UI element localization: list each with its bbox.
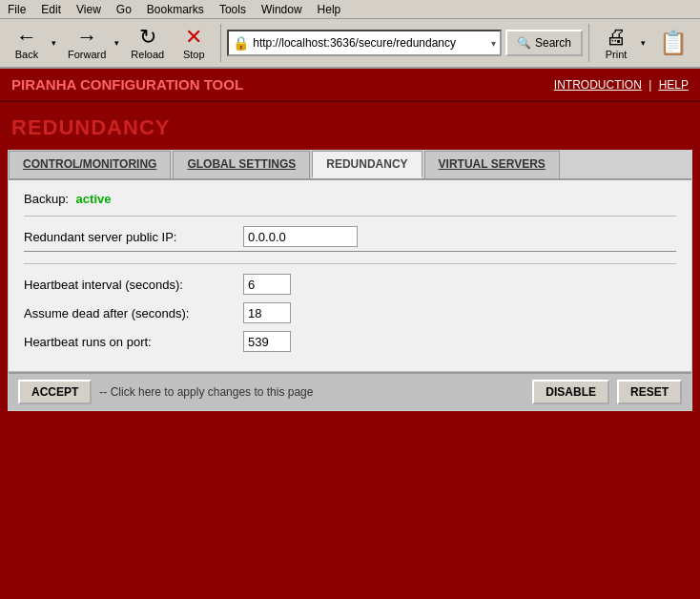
content-area: CONTROL/MONITORING GLOBAL SETTINGS REDUN…: [8, 150, 692, 411]
menu-bookmarks[interactable]: Bookmarks: [143, 3, 208, 16]
action-bar: ACCEPT -- Click here to apply changes to…: [9, 372, 691, 410]
backup-line: Backup: active: [24, 192, 676, 206]
menu-window[interactable]: Window: [257, 3, 306, 16]
url-bar: 🔒 ▾: [227, 30, 502, 56]
search-label: Search: [535, 36, 571, 50]
tab-redundancy[interactable]: REDUNDANCY: [312, 151, 422, 178]
divider-2: [24, 263, 676, 264]
menu-edit[interactable]: Edit: [37, 3, 65, 16]
tabs: CONTROL/MONITORING GLOBAL SETTINGS REDUN…: [9, 151, 691, 180]
menu-bar: File Edit View Go Bookmarks Tools Window…: [0, 0, 700, 19]
print-area: 🖨 Print ▾: [595, 22, 649, 64]
print-icon: 🖨: [606, 27, 627, 48]
toolbar-separator: [220, 24, 221, 62]
menu-view[interactable]: View: [72, 3, 105, 16]
back-button[interactable]: ← Back: [6, 22, 48, 64]
piranha-header: PIRANHA CONFIGURATION TOOL INTRODUCTION …: [0, 69, 700, 102]
disable-button[interactable]: DISABLE: [532, 380, 609, 404]
assume-dead-row: Assume dead after (seconds):: [24, 302, 676, 323]
stop-button[interactable]: ✕ Stop: [173, 22, 215, 64]
backup-status: active: [76, 192, 112, 206]
heartbeat-port-row: Heartbeat runs on port:: [24, 331, 676, 352]
forward-dropdown[interactable]: ▾: [111, 22, 122, 64]
bookmarks-icon: 📋: [659, 30, 688, 56]
backup-label: Backup:: [24, 192, 69, 206]
accept-button[interactable]: ACCEPT: [18, 380, 92, 404]
back-icon: ←: [16, 27, 37, 48]
menu-go[interactable]: Go: [113, 3, 135, 16]
reload-button[interactable]: ↻ Reload: [126, 22, 169, 64]
heartbeat-interval-row: Heartbeat interval (seconds):: [24, 274, 676, 295]
back-label: Back: [15, 49, 38, 60]
intro-link[interactable]: INTRODUCTION: [554, 78, 642, 92]
redundant-ip-label: Redundant server public IP:: [24, 230, 243, 244]
help-link[interactable]: HELP: [659, 78, 689, 92]
reset-button[interactable]: RESET: [617, 380, 682, 404]
heartbeat-port-label: Heartbeat runs on port:: [24, 335, 243, 349]
menu-tools[interactable]: Tools: [216, 3, 250, 16]
piranha-title: PIRANHA CONFIGURATION TOOL: [11, 76, 243, 93]
piranha-subtitle: CONFIGURATION TOOL: [76, 76, 243, 93]
bookmarks-button[interactable]: 📋: [652, 22, 694, 64]
tab-virtual-servers[interactable]: VIRTUAL SERVERS: [424, 151, 560, 178]
heartbeat-port-input[interactable]: [243, 331, 291, 352]
forward-group: → Forward ▾: [63, 22, 122, 64]
forward-button[interactable]: → Forward: [63, 22, 111, 64]
form-area: Backup: active Redundant server public I…: [9, 180, 691, 371]
forward-label: Forward: [68, 49, 106, 60]
stop-label: Stop: [183, 49, 205, 60]
print-label: Print: [606, 49, 628, 60]
tab-global-settings[interactable]: GLOBAL SETTINGS: [173, 151, 310, 178]
search-icon: 🔍: [517, 36, 531, 50]
assume-dead-label: Assume dead after (seconds):: [24, 306, 243, 320]
back-dropdown[interactable]: ▾: [48, 22, 59, 64]
reload-label: Reload: [131, 49, 164, 60]
heartbeat-interval-input[interactable]: [243, 274, 291, 295]
redundant-ip-input[interactable]: [243, 226, 358, 247]
url-input[interactable]: [253, 36, 487, 50]
toolbar-separator-2: [588, 24, 589, 62]
redundant-ip-row: Redundant server public IP:: [24, 226, 676, 252]
back-group: ← Back ▾: [6, 22, 59, 64]
divider-1: [24, 216, 676, 217]
heartbeat-interval-label: Heartbeat interval (seconds):: [24, 278, 243, 292]
menu-help[interactable]: Help: [314, 3, 345, 16]
print-button[interactable]: 🖨 Print: [595, 22, 637, 64]
redundant-ip-section: Redundant server public IP:: [24, 226, 676, 252]
search-button[interactable]: 🔍 Search: [505, 30, 583, 56]
assume-dead-input[interactable]: [243, 302, 291, 323]
forward-icon: →: [76, 27, 97, 48]
pipe-separator: |: [649, 78, 651, 92]
page-title-bar: REDUNDANCY: [0, 102, 700, 150]
action-hint: -- Click here to apply changes to this p…: [99, 385, 525, 399]
piranha-brand: PIRANHA: [11, 76, 76, 93]
tab-control-monitoring[interactable]: CONTROL/MONITORING: [9, 151, 171, 178]
stop-icon: ✕: [185, 27, 202, 48]
piranha-links: INTRODUCTION | HELP: [554, 78, 689, 92]
print-dropdown[interactable]: ▾: [637, 22, 649, 64]
toolbar: ← Back ▾ → Forward ▾ ↻ Reload ✕ Stop 🔒 ▾…: [0, 19, 700, 69]
url-dropdown[interactable]: ▾: [491, 38, 496, 49]
page-title: REDUNDANCY: [11, 115, 689, 140]
url-icon: 🔒: [233, 35, 249, 51]
reload-icon: ↻: [139, 27, 156, 48]
main-content: PIRANHA CONFIGURATION TOOL INTRODUCTION …: [0, 69, 700, 599]
menu-file[interactable]: File: [4, 3, 30, 16]
